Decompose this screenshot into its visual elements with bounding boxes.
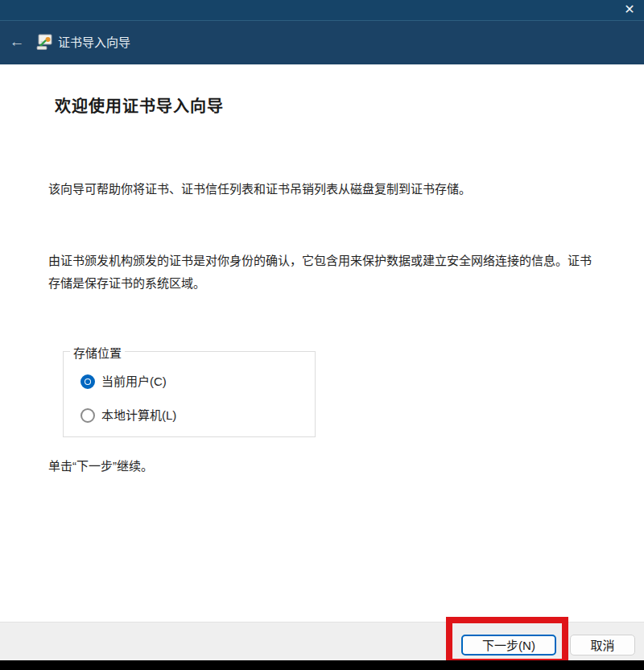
page-title: 欢迎使用证书导入向导 bbox=[55, 93, 224, 117]
wizard-title: 证书导入向导 bbox=[58, 35, 130, 50]
radio-selected-icon[interactable] bbox=[80, 374, 95, 389]
radio-current-user-label: 当前用户(C) bbox=[101, 374, 167, 390]
next-button[interactable]: 下一步(N) bbox=[461, 635, 556, 656]
certificate-icon bbox=[35, 33, 53, 51]
bottom-black-bar bbox=[0, 660, 644, 670]
wizard-footer: 下一步(N) 取消 bbox=[0, 622, 644, 660]
wizard-header: ← 证书导入向导 bbox=[0, 21, 644, 64]
continue-hint: 单击“下一步”继续。 bbox=[48, 457, 153, 475]
cancel-button[interactable]: 取消 bbox=[570, 635, 635, 656]
store-location-groupbox: 存储位置 当前用户(C) 本地计算机(L) bbox=[63, 351, 316, 437]
close-icon[interactable]: ✕ bbox=[620, 1, 639, 19]
window-titlebar: ✕ bbox=[0, 0, 644, 20]
radio-current-user[interactable]: 当前用户(C) bbox=[80, 374, 167, 390]
wizard-content: 欢迎使用证书导入向导 该向导可帮助你将证书、证书信任列表和证书吊销列表从磁盘复制… bbox=[0, 64, 644, 622]
intro-paragraph: 该向导可帮助你将证书、证书信任列表和证书吊销列表从磁盘复制到证书存储。 bbox=[48, 180, 609, 198]
store-location-legend: 存储位置 bbox=[70, 344, 125, 361]
radio-unselected-icon[interactable] bbox=[80, 408, 95, 423]
description-paragraph: 由证书颁发机构颁发的证书是对你身份的确认，它包含用来保护数据或建立安全网络连接的… bbox=[48, 250, 592, 295]
back-arrow-icon[interactable]: ← bbox=[7, 32, 27, 52]
radio-local-machine-label: 本地计算机(L) bbox=[101, 407, 176, 424]
radio-local-machine[interactable]: 本地计算机(L) bbox=[80, 407, 176, 424]
